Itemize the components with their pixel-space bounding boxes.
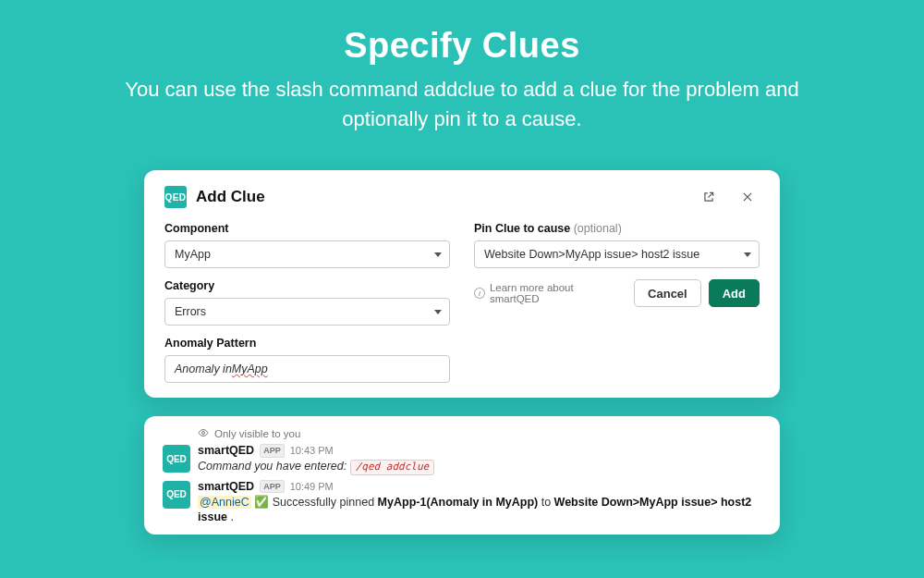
modal-header: QED Add Clue [164, 185, 760, 209]
chevron-down-icon [434, 310, 442, 314]
check-icon: ✅ [254, 496, 269, 509]
pin-cause-select[interactable]: Website Down>MyApp issue> host2 issue [474, 240, 760, 268]
cancel-button[interactable]: Cancel [634, 279, 701, 307]
add-button[interactable]: Add [709, 279, 760, 307]
open-external-icon[interactable] [697, 185, 721, 209]
visibility-text: Only visible to you [214, 428, 300, 439]
msg-fragment: Successfully pinned [269, 496, 377, 509]
modal-right-column: Pin Clue to cause (optional) Website Dow… [474, 222, 760, 383]
modal-title: Add Clue [196, 188, 265, 206]
category-label: Category [164, 279, 450, 292]
add-clue-modal: QED Add Clue Component MyApp Category Er… [144, 170, 780, 398]
anomaly-label: Anomaly Pattern [164, 337, 450, 350]
message-text: @AnnieC ✅ Successfully pinned MyApp-1(An… [198, 495, 761, 526]
chat-message: QED smartQED APP 10:43 PM Command you ha… [163, 443, 761, 475]
chevron-down-icon [744, 252, 751, 257]
bot-avatar: QED [163, 481, 190, 509]
app-badge: APP [260, 480, 285, 493]
svg-point-0 [202, 432, 205, 435]
pin-optional: (optional) [574, 222, 622, 235]
bot-name: smartQED [198, 479, 254, 495]
chevron-down-icon [434, 252, 442, 257]
message-time: 10:43 PM [290, 444, 334, 458]
message-text-main: Command you have entered: [198, 460, 346, 473]
user-mention[interactable]: @AnnieC [198, 496, 251, 509]
component-value: MyApp [175, 248, 211, 261]
message-time: 10:49 PM [290, 480, 334, 494]
close-icon[interactable] [736, 185, 760, 209]
learn-more-link[interactable]: i Learn more about smartQED [474, 282, 625, 304]
category-select[interactable]: Errors [164, 298, 450, 326]
eye-icon [198, 427, 209, 440]
modal-left-column: Component MyApp Category Errors Anomaly … [164, 222, 450, 383]
msg-fragment: to [538, 496, 553, 509]
pin-label-text: Pin Clue to cause [474, 222, 570, 235]
anomaly-text-word: MyApp [232, 363, 268, 375]
visibility-row: Only visible to you [198, 427, 761, 440]
command-pill: /qed addclue [350, 460, 434, 475]
msg-fragment: . [227, 510, 234, 523]
component-select[interactable]: MyApp [164, 240, 450, 268]
chat-message: QED smartQED APP 10:49 PM @AnnieC ✅ Succ… [163, 479, 761, 526]
chat-panel: Only visible to you QED smartQED APP 10:… [144, 416, 780, 535]
pin-value: Website Down>MyApp issue> host2 issue [484, 248, 699, 261]
bot-name: smartQED [198, 443, 254, 459]
modal-actions-row: i Learn more about smartQED Cancel Add [474, 279, 760, 307]
learn-more-text: Learn more about smartQED [490, 282, 625, 304]
page-subtitle: You can use the slash command addclue to… [92, 75, 832, 134]
pin-label: Pin Clue to cause (optional) [474, 222, 760, 235]
page-title: Specify Clues [0, 26, 924, 66]
anomaly-text-prefix: Anomaly in [175, 363, 232, 375]
modal-body: Component MyApp Category Errors Anomaly … [164, 222, 760, 383]
message-text: Command you have entered: /qed addclue [198, 459, 761, 475]
category-value: Errors [175, 305, 206, 318]
bot-avatar: QED [163, 445, 190, 473]
component-label: Component [164, 222, 450, 235]
app-badge: APP [260, 444, 285, 457]
hero: Specify Clues You can use the slash comm… [0, 0, 924, 134]
qed-logo-icon: QED [164, 186, 187, 208]
msg-bold: MyApp-1(Anomaly in MyApp) [378, 496, 539, 509]
anomaly-pattern-input[interactable]: Anomaly in MyApp [164, 355, 450, 383]
info-icon: i [474, 288, 485, 299]
